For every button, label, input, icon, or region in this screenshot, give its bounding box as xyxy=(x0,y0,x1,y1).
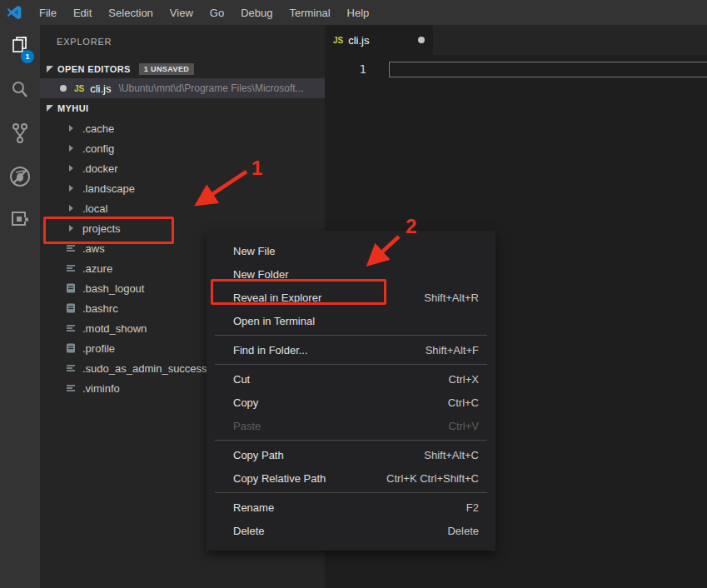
menubar-item-debug[interactable]: Debug xyxy=(232,0,281,25)
lines-file-icon xyxy=(65,242,77,254)
tree-item-label: .profile xyxy=(82,342,115,355)
doc-file-icon xyxy=(65,302,77,314)
tree-item-label: .local xyxy=(82,202,107,215)
menubar-item-terminal[interactable]: Terminal xyxy=(281,0,338,25)
tree-item-local[interactable]: .local xyxy=(40,198,325,218)
annotation-label-2: 2 xyxy=(406,215,416,238)
tree-item-docker[interactable]: .docker xyxy=(40,158,325,178)
context-menu-item-paste: PasteCtrl+V xyxy=(207,414,495,437)
editor-tab-bar: JS cli.js xyxy=(325,25,707,55)
menu-separator xyxy=(215,335,487,336)
context-menu-item-label: Copy xyxy=(233,396,258,409)
tree-item-label: .azure xyxy=(82,262,112,275)
tree-item-label: .motd_shown xyxy=(82,322,147,335)
context-menu-item-shortcut: Ctrl+K Ctrl+Shift+C xyxy=(386,472,479,485)
unsaved-badge: 1 UNSAVED xyxy=(139,63,194,75)
open-editors-section-header[interactable]: OPEN EDITORS 1 UNSAVED xyxy=(40,60,325,78)
explorer-icon[interactable]: 1 xyxy=(0,25,40,68)
menu-separator xyxy=(215,440,487,441)
tree-item-config[interactable]: .config xyxy=(40,138,325,158)
tree-item-label: .cache xyxy=(82,122,114,135)
context-menu-item-label: Rename xyxy=(233,501,274,514)
chevron-right-icon xyxy=(65,202,77,214)
tree-item-label: .landscape xyxy=(82,182,135,195)
section-expanded-icon xyxy=(47,105,53,112)
debug-icon[interactable] xyxy=(0,155,40,198)
vscode-logo-icon xyxy=(6,4,22,21)
context-menu-item-label: Cut xyxy=(233,373,250,386)
tree-item-label: .bashrc xyxy=(82,302,118,315)
context-menu-item-label: Paste xyxy=(233,420,261,432)
context-menu-item-copy-path[interactable]: Copy PathShift+Alt+C xyxy=(207,443,495,466)
doc-file-icon xyxy=(65,282,77,294)
tree-item-label: .config xyxy=(82,142,114,155)
menu-separator xyxy=(215,364,487,365)
root-folder-label: MYHUI xyxy=(57,103,88,113)
context-menu-item-shortcut: Ctrl+V xyxy=(449,420,479,432)
sidebar-title: EXPLORER xyxy=(40,25,325,60)
chevron-right-icon xyxy=(65,142,77,154)
doc-file-icon xyxy=(65,342,77,354)
tree-item-cache[interactable]: .cache xyxy=(40,118,325,138)
tab-label: cli.js xyxy=(348,34,369,47)
activity-bar: 1 xyxy=(0,25,40,588)
context-menu-item-shortcut: F2 xyxy=(466,501,479,514)
context-menu-item-shortcut: Shift+Alt+R xyxy=(424,292,479,304)
menu-items: FileEditSelectionViewGoDebugTerminalHelp xyxy=(31,0,377,25)
root-folder-section-header[interactable]: MYHUI xyxy=(40,98,325,118)
extensions-icon[interactable] xyxy=(0,198,40,242)
js-icon: JS xyxy=(333,36,343,45)
lines-file-icon xyxy=(65,262,77,274)
context-menu-item-rename[interactable]: RenameF2 xyxy=(207,496,495,519)
open-editor-filepath: \Ubuntu\mnt\d\Programe Files\Microsoft..… xyxy=(119,82,304,94)
menubar-item-go[interactable]: Go xyxy=(202,0,232,25)
tree-item-landscape[interactable]: .landscape xyxy=(40,178,325,198)
chevron-right-icon xyxy=(65,122,77,134)
context-menu-item-new-file[interactable]: New File xyxy=(207,239,495,262)
context-menu-item-label: New File xyxy=(233,245,276,257)
menubar-item-help[interactable]: Help xyxy=(339,0,378,25)
lines-file-icon xyxy=(65,322,77,334)
context-menu-item-label: Copy Relative Path xyxy=(233,472,326,485)
context-menu-item-cut[interactable]: CutCtrl+X xyxy=(207,367,495,391)
section-expanded-icon xyxy=(47,66,53,72)
tree-item-label: .bash_logout xyxy=(82,282,144,295)
menubar-item-view[interactable]: View xyxy=(162,0,202,25)
lines-file-icon xyxy=(65,362,77,374)
context-menu-item-copy-relative-path[interactable]: Copy Relative PathCtrl+K Ctrl+Shift+C xyxy=(207,466,495,490)
open-editor-item-cli-js[interactable]: JS cli.js \Ubuntu\mnt\d\Programe Files\M… xyxy=(40,78,325,98)
context-menu-item-delete[interactable]: DeleteDelete xyxy=(207,519,495,542)
chevron-right-icon xyxy=(65,182,77,194)
js-icon: JS xyxy=(74,84,84,93)
tree-item-label: .sudo_as_admin_successful xyxy=(82,362,218,375)
source-control-icon[interactable] xyxy=(0,112,40,155)
tab-cli-js[interactable]: JS cli.js xyxy=(325,25,433,55)
context-menu-item-shortcut: Shift+Alt+C xyxy=(424,449,479,461)
context-menu-item-label: Open in Terminal xyxy=(233,315,315,327)
menu-bar: FileEditSelectionViewGoDebugTerminalHelp xyxy=(0,0,707,25)
context-menu-item-label: Delete xyxy=(233,525,265,537)
current-line-highlight xyxy=(389,62,707,77)
tree-item-label: .viminfo xyxy=(82,382,120,395)
lines-file-icon xyxy=(65,382,77,394)
annotation-box-projects xyxy=(43,217,174,244)
open-editor-filename: cli.js xyxy=(90,82,111,95)
line-number: 1 xyxy=(355,62,366,76)
context-menu-item-open-in-terminal[interactable]: Open in Terminal xyxy=(207,309,495,332)
tree-item-label: .docker xyxy=(82,162,118,175)
context-menu-item-label: Find in Folder... xyxy=(233,344,308,356)
menubar-item-edit[interactable]: Edit xyxy=(65,0,100,25)
search-icon[interactable] xyxy=(0,68,40,112)
annotation-label-1: 1 xyxy=(251,157,262,180)
context-menu-item-label: Copy Path xyxy=(233,449,284,461)
vscode-window: FileEditSelectionViewGoDebugTerminalHelp… xyxy=(0,0,707,588)
explorer-badge: 1 xyxy=(21,50,34,63)
context-menu-item-find-in-folder[interactable]: Find in Folder...Shift+Alt+F xyxy=(207,338,495,361)
context-menu-item-copy[interactable]: CopyCtrl+C xyxy=(207,391,495,414)
open-editors-label: OPEN EDITORS xyxy=(57,64,131,74)
menubar-item-file[interactable]: File xyxy=(31,0,65,25)
tab-modified-dot-icon[interactable] xyxy=(418,37,425,43)
menubar-item-selection[interactable]: Selection xyxy=(100,0,161,25)
chevron-right-icon xyxy=(65,162,77,174)
annotation-box-reveal-in-explorer xyxy=(211,279,386,305)
